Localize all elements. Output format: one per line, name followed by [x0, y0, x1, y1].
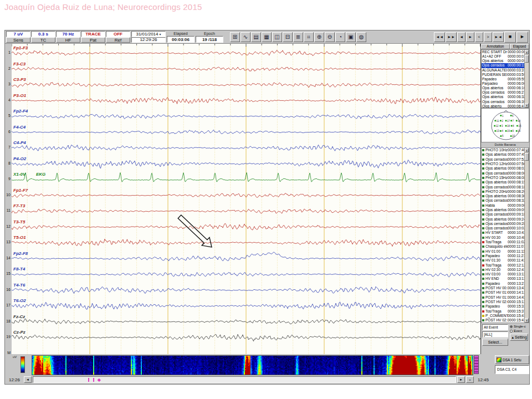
scroll-down-icon[interactable]: ▼	[525, 103, 529, 108]
scroll-right-button[interactable]: ►	[457, 376, 465, 383]
next-page-button[interactable]: >	[484, 32, 492, 42]
annotation-row[interactable]: Chasquido elect0000:11:07	[482, 244, 524, 249]
annotation-row[interactable]: Ojos abiertos0000:08:30	[482, 194, 524, 198]
annotation-row[interactable]: Ojos abiertos0000:00:09	[482, 59, 524, 63]
annotation-row[interactable]: HV 01:300000:11:41	[482, 258, 524, 263]
split-screen-icon[interactable]: ◫	[272, 32, 282, 42]
all-event-field[interactable]: All Event	[482, 324, 508, 330]
date-dropdown-icon[interactable]: ▾	[160, 32, 161, 36]
param-button-pat[interactable]: Pat	[81, 37, 105, 43]
annotation-row[interactable]: PHOTO 20Hz0000:08:20	[482, 190, 524, 194]
annotation-row[interactable]: Habla0000:09:00	[482, 203, 524, 208]
scroll-end-button[interactable]: »	[466, 376, 474, 383]
current-position-marker[interactable]: ◆	[98, 377, 101, 383]
annotation-row[interactable]: P_COMMENT0000:15:41	[482, 314, 524, 318]
annotation-row[interactable]: HV 00:300000:10:48	[482, 236, 524, 240]
annotation-row[interactable]: Ojos abiertos0000:09:24	[482, 217, 524, 221]
annotation-column-header[interactable]: Annotation	[481, 44, 510, 49]
window-icon[interactable]: ▣	[346, 32, 356, 42]
numeric-table-icon[interactable]: ▤	[251, 32, 261, 42]
annotation-row[interactable]: Ojos cerrados0000:06:39	[482, 100, 524, 104]
annotation-row[interactable]: Ojos abiertos0000:09:09	[482, 208, 524, 212]
dsa-setup-button[interactable]: DSA 1 Setu	[495, 355, 529, 364]
event-list-icon[interactable]: ≣	[293, 32, 303, 42]
annotation-row[interactable]: Ojos cerrados0000:08:06	[482, 171, 524, 175]
stop-button[interactable]: ■	[504, 32, 516, 43]
annotation-row[interactable]: POST HV 00:300000:13:43	[482, 286, 524, 290]
next-epoch-button[interactable]: ►	[466, 32, 474, 42]
annotation-row[interactable]: PHOTO 12Hz0000:07:56	[482, 162, 524, 166]
annotation-row[interactable]: A1+A2 OFF0000:00:01	[482, 54, 524, 59]
annotation-row[interactable]: Ojos cerrados0000:08:32	[482, 198, 524, 203]
date-field[interactable]: 31/01/2014 ▾	[131, 31, 166, 37]
dsa-spectrogram[interactable]	[32, 355, 473, 375]
radio-event[interactable]: Event	[510, 329, 528, 333]
event-filter-value[interactable]: [ALL]	[482, 331, 508, 337]
param-button-ref[interactable]: Ref	[106, 37, 130, 43]
annotation-row[interactable]: Papadeo0000:15:31	[482, 304, 524, 309]
annotation-row[interactable]: Papadeo0000:13:21	[482, 282, 524, 286]
annotation-row[interactable]: Ojos cerrados0000:06:27	[482, 90, 524, 95]
param-button-tc[interactable]: TC	[31, 37, 55, 43]
param-button-hf[interactable]: HF	[56, 37, 80, 43]
scrollbar-thumb[interactable]	[525, 153, 529, 161]
ruler-icon[interactable]: ⌗	[304, 32, 314, 42]
fast-forward-button[interactable]: ►►	[446, 32, 457, 42]
settings-icon[interactable]: ◍	[356, 32, 366, 42]
goto-marker-button[interactable]: ►◄	[493, 32, 504, 42]
scroll-left-button[interactable]: ◄	[24, 376, 32, 383]
select-button[interactable]: Select...	[482, 339, 508, 346]
zoom-in-icon[interactable]: ⊕	[314, 32, 324, 42]
scroll-up-icon[interactable]: ▲	[525, 148, 529, 152]
annotation-row[interactable]: PHOTO 15Hz0000:08:08	[482, 176, 524, 180]
annotation-row[interactable]: ALGUNA ALTEI0000:03:37	[482, 68, 524, 73]
annotation-row[interactable]: POST HV 01:000000:14:13	[482, 290, 524, 295]
annotation-row[interactable]: POST HV 02:30000:15:43	[482, 318, 524, 323]
annotation-row[interactable]: HV END0000:13:13	[482, 277, 524, 281]
annotation-row[interactable]: Ojos cerrados0000:07:52	[482, 157, 524, 162]
montage-icon[interactable]: ⊞	[230, 32, 240, 42]
annotation-scrollbar-bottom[interactable]: ▲ ▼	[524, 148, 529, 323]
annotation-row[interactable]: REC START Dr0000:00:00	[482, 50, 524, 54]
annotation-row[interactable]: Ojos abiertos0000:08:15	[482, 180, 524, 185]
annotation-row[interactable]: HV 01:000000:11:11	[482, 249, 524, 254]
annotation-row[interactable]: PHOTO 10Hz0000:07:40	[482, 148, 524, 152]
annotation-row[interactable]: Parpadeo0000:06:00	[482, 81, 524, 86]
scroll-down-icon[interactable]: ▼	[525, 318, 529, 323]
annotation-row[interactable]: Papadeo0000:05:55	[482, 77, 524, 81]
scrollbar-thumb[interactable]	[525, 55, 529, 63]
reduce-icon[interactable]: ⊟	[283, 32, 293, 42]
annotation-row[interactable]: Ojos cerrados0000:09:18	[482, 212, 524, 217]
annotation-row[interactable]: Papadeo0000:11:21	[482, 254, 524, 258]
annotation-row[interactable]: Ojos abiertos0000:07:45	[482, 152, 524, 157]
annotation-row[interactable]: HV 03:000000:13:11	[482, 272, 524, 277]
zoom-out-icon[interactable]: ⊖	[325, 32, 335, 42]
annotation-row[interactable]: Ojos abiertos0000:06:10	[482, 86, 524, 90]
annotation-row[interactable]: Tos/Traga0000:11:02	[482, 240, 524, 244]
scroll-track[interactable]: ◆	[33, 376, 456, 383]
annotation-row[interactable]: Ojos cerrados0000:10:02	[482, 226, 524, 231]
annotation-row[interactable]: POST HV 02:000000:15:13	[482, 300, 524, 304]
clock-icon[interactable]: ◔	[335, 32, 345, 42]
annotation-row[interactable]: Ojos cerrados0000:09:28	[482, 222, 524, 226]
annotation-row[interactable]: POST HV 01:300000:14:43	[482, 295, 524, 300]
scroll-up-icon[interactable]: ▲	[525, 50, 529, 54]
setting-button[interactable]: ▲Setting	[510, 334, 528, 341]
eeg-trace-area[interactable]: Fp1-F3F3-C3C3-P3P3-O1Fp2-F4F4-C4C4-P4P4-…	[12, 44, 480, 354]
rewind-button[interactable]: ◄◄	[434, 32, 445, 42]
annotation-row[interactable]: Tos/Traga0000:12:12	[482, 263, 524, 267]
annotation-row[interactable]: PUDIERAN SEI0000:03:59	[482, 73, 524, 77]
param-button-sens[interactable]: Sens	[6, 37, 30, 43]
annotation-row[interactable]: Ojos cerrados0000:00:15	[482, 63, 524, 68]
play-button[interactable]: ►	[516, 32, 528, 43]
prev-epoch-button[interactable]: ◄	[457, 32, 466, 42]
annotation-scrollbar-top[interactable]: ▲ ▼	[524, 50, 529, 108]
annotation-row[interactable]: Ojos cerrados0000:08:18	[482, 185, 524, 189]
annotation-row[interactable]: Ojos abiertos0000:06:32	[482, 95, 524, 99]
grid-icon[interactable]: ▦	[262, 32, 272, 42]
annotation-row[interactable]: HV START0000:10:43	[482, 231, 524, 235]
annotation-row[interactable]: Ojos abiertos0000:08:02	[482, 166, 524, 171]
radio-single-c[interactable]: Single-c	[510, 324, 528, 329]
waveform-icon[interactable]: ∿	[241, 32, 250, 42]
annotation-row[interactable]: Ojos abierto0000:06:4	[482, 104, 524, 108]
